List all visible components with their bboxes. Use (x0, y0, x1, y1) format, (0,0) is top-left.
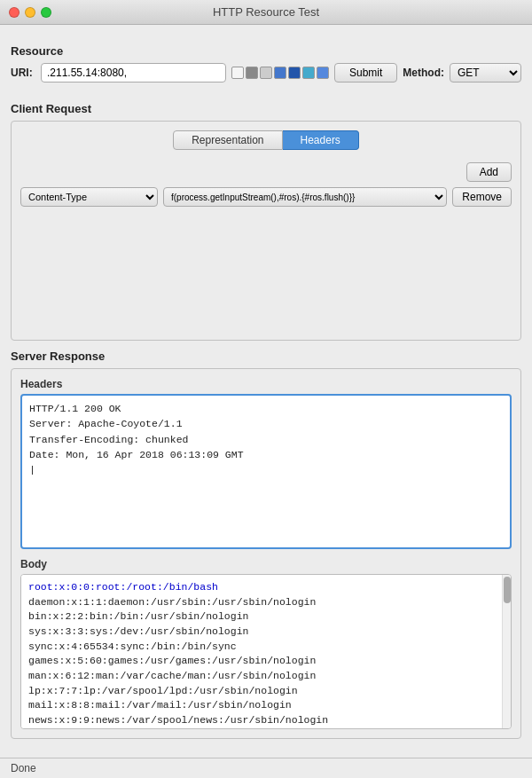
body-line: mail:x:8:8:mail:/var/mail:/usr/sbin/nolo… (28, 698, 504, 713)
body-line: root:x:0:0:root:/root:/bin/bash (28, 580, 504, 595)
swatch-lgray[interactable] (260, 67, 272, 79)
maximize-button[interactable] (41, 7, 51, 18)
window-title: HTTP Resource Test (213, 5, 319, 19)
body-line: man:x:6:12:man:/var/cache/man:/usr/sbin/… (28, 669, 504, 684)
response-header-line-3: Transfer-Encoding: chunked (29, 432, 503, 447)
client-body-space (20, 207, 512, 331)
tab-row: Representation Headers (20, 130, 512, 150)
scrollbar-thumb[interactable] (504, 577, 511, 603)
status-bar: Done (0, 758, 532, 778)
client-request-panel: Representation Headers Add Content-Type … (11, 121, 521, 341)
response-headers-box[interactable]: HTTP/1.1 200 OK Server: Apache-Coyote/1.… (20, 394, 512, 549)
response-header-line-1: HTTP/1.1 200 OK (29, 401, 503, 416)
body-line: news:x:9:9:news:/var/spool/news:/usr/sbi… (28, 713, 504, 728)
resource-section: Resource URI: Submit Method: GET POST PU… (11, 34, 521, 95)
body-line: games:x:5:60:games:/usr/games:/usr/sbin/… (28, 654, 504, 669)
swatch-blue1[interactable] (274, 67, 286, 79)
server-response-section-label: Server Response (11, 350, 521, 363)
swatch-white[interactable] (231, 67, 244, 79)
close-button[interactable] (9, 7, 20, 18)
body-line: bin:x:2:2:bin:/bin:/usr/sbin/nologin (28, 609, 504, 625)
body-line: daemon:x:1:1:daemon:/usr/sbin:/usr/sbin/… (28, 595, 504, 610)
resource-section-label: Resource (11, 44, 521, 58)
minimize-button[interactable] (25, 7, 35, 18)
color-swatches (231, 67, 329, 79)
headers-toolbar: Add (20, 162, 512, 182)
client-request-section-label: Client Request (11, 102, 521, 115)
body-line: lp:x:7:7:lp:/var/spool/lpd:/usr/sbin/nol… (28, 684, 504, 699)
swatch-teal[interactable] (302, 67, 315, 79)
method-select[interactable]: GET POST PUT DELETE HEAD OPTIONS PATCH (450, 63, 521, 83)
header-value-select[interactable]: f(process.getInputStream(),#ros).{#ros.f… (163, 187, 447, 207)
response-headers-label: Headers (20, 378, 512, 390)
server-response-panel: Headers HTTP/1.1 200 OK Server: Apache-C… (11, 368, 521, 739)
window-controls (9, 7, 51, 18)
add-header-button[interactable]: Add (466, 162, 512, 182)
uri-input[interactable] (41, 63, 226, 83)
status-text: Done (11, 762, 36, 774)
swatch-gray[interactable] (246, 67, 258, 79)
response-body-box[interactable]: root:x:0:0:root:/root:/bin/bash daemon:x… (20, 574, 512, 729)
response-header-cursor: | (29, 462, 503, 477)
body-line: uucp:x:10:10:uucp:/var/spool/uucp:/usr/s… (28, 728, 504, 729)
body-line: sys:x:3:3:sys:/dev:/usr/sbin/nologin (28, 625, 504, 640)
method-label: Method: (403, 67, 444, 79)
tab-representation[interactable]: Representation (173, 130, 282, 150)
body-line: sync:x:4:65534:sync:/bin:/bin/sync (28, 640, 504, 655)
response-body-label: Body (20, 558, 512, 570)
header-row: Content-Type Accept Authorization f(proc… (20, 187, 512, 207)
main-content: Resource URI: Submit Method: GET POST PU… (0, 25, 532, 757)
header-key-select[interactable]: Content-Type Accept Authorization (20, 187, 158, 207)
tab-headers[interactable]: Headers (283, 130, 359, 150)
submit-button[interactable]: Submit (334, 63, 397, 83)
remove-header-button[interactable]: Remove (452, 187, 512, 207)
response-header-line-4: Date: Mon, 16 Apr 2018 06:13:09 GMT (29, 447, 503, 462)
swatch-blue3[interactable] (317, 67, 329, 79)
response-header-line-2: Server: Apache-Coyote/1.1 (29, 416, 503, 431)
uri-label: URI: (11, 67, 35, 79)
swatch-blue2[interactable] (288, 67, 301, 79)
uri-row: URI: Submit Method: GET POST PUT DELETE … (11, 63, 521, 83)
scrollbar[interactable] (502, 575, 511, 728)
titlebar: HTTP Resource Test (0, 0, 532, 25)
